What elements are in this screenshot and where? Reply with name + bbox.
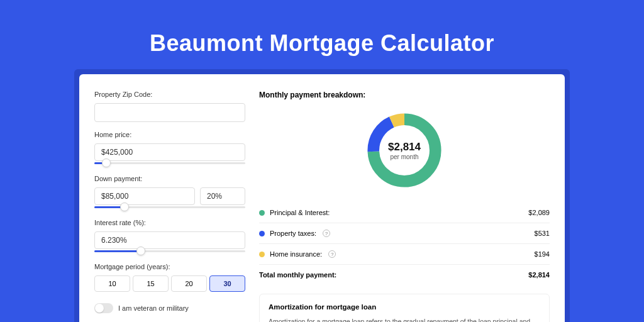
slider-thumb[interactable] [136,247,145,255]
calculator-container: Property Zip Code: Home price: Down paym… [74,69,570,322]
legend-label: Principal & Interest: [270,209,330,216]
breakdown-legend: Principal & Interest:$2,089Property taxe… [259,203,550,264]
breakdown-title: Monthly payment breakdown: [259,91,550,99]
donut-amount: $2,814 [388,141,421,153]
donut-chart: $2,814 per month [364,109,445,191]
legend-value: $2,089 [528,209,550,216]
slider-thumb[interactable] [120,203,129,211]
page-title: Beaumont Mortgage Calculator [0,0,644,69]
breakdown-column: Monthly payment breakdown: $2,814 per mo… [259,91,550,322]
amortization-card: Amortization for mortgage loan Amortizat… [259,294,550,322]
zip-label: Property Zip Code: [94,91,245,98]
interest-rate-slider[interactable] [94,248,245,254]
period-option-15[interactable]: 15 [133,275,169,292]
legend-label: Home insurance: [270,250,322,258]
legend-label: Property taxes: [270,230,316,237]
down-payment-amount-input[interactable] [94,187,195,205]
home-price-label: Home price: [94,131,245,138]
calculator-card: Property Zip Code: Home price: Down paym… [79,74,565,322]
down-payment-percent-input[interactable] [200,187,245,205]
down-payment-slider[interactable] [94,204,245,210]
amortization-body: Amortization for a mortgage loan refers … [269,317,540,322]
legend-row: Home insurance:?$194 [259,243,550,264]
inputs-column: Property Zip Code: Home price: Down paym… [94,91,245,322]
mortgage-period-label: Mortgage period (years): [94,263,245,270]
slider-fill [94,250,141,252]
donut-chart-wrap: $2,814 per month [259,107,550,203]
veteran-label: I am veteran or military [118,304,189,312]
period-option-10[interactable]: 10 [94,275,130,292]
home-price-input[interactable] [94,143,245,161]
veteran-row: I am veteran or military [94,303,245,313]
mortgage-period-options: 10152030 [94,275,245,292]
donut-center: $2,814 per month [364,109,445,191]
zip-input[interactable] [94,103,245,122]
breakdown-total-label: Total monthly payment: [259,271,336,279]
period-option-30[interactable]: 30 [209,275,245,292]
home-price-slider[interactable] [94,160,245,166]
down-payment-field: Down payment: [94,175,245,210]
legend-dot [259,231,265,236]
legend-dot [259,210,265,216]
interest-rate-field: Interest rate (%): [94,219,245,254]
down-payment-label: Down payment: [94,175,245,182]
veteran-toggle[interactable] [94,303,113,313]
breakdown-total-value: $2,814 [528,271,550,279]
period-option-20[interactable]: 20 [171,275,207,292]
legend-value: $531 [535,230,550,237]
donut-sublabel: per month [390,153,418,160]
slider-thumb[interactable] [102,158,111,167]
info-icon[interactable]: ? [328,250,336,258]
legend-value: $194 [535,250,550,258]
home-price-field: Home price: [94,131,245,166]
legend-row: Property taxes:?$531 [259,223,550,243]
amortization-title: Amortization for mortgage loan [269,303,540,311]
toggle-knob [95,304,104,313]
legend-row: Principal & Interest:$2,089 [259,203,550,223]
info-icon[interactable]: ? [323,230,330,237]
zip-field: Property Zip Code: [94,91,245,122]
interest-rate-label: Interest rate (%): [94,219,245,226]
breakdown-total-row: Total monthly payment: $2,814 [259,264,550,285]
legend-dot [259,252,265,257]
interest-rate-input[interactable] [94,231,245,249]
mortgage-period-field: Mortgage period (years): 10152030 [94,263,245,292]
slider-track [94,162,245,164]
